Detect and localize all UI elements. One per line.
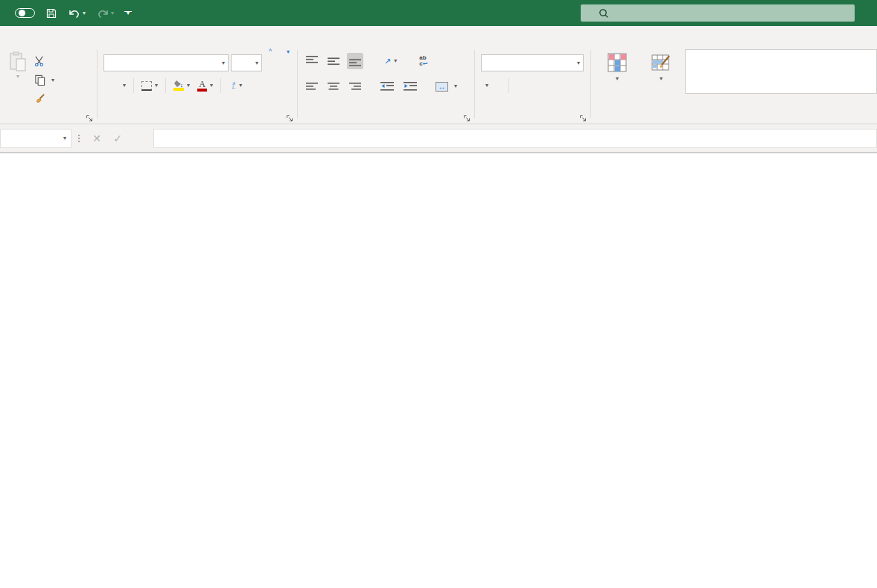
font-size-combo[interactable]: ▾ bbox=[231, 54, 262, 71]
name-box[interactable]: ▾ bbox=[0, 129, 71, 148]
copy-caret: ▾ bbox=[51, 77, 54, 83]
fill-color-button[interactable]: ▾ bbox=[173, 80, 190, 91]
number-dialog-launcher[interactable] bbox=[579, 112, 588, 121]
increase-indent-button[interactable] bbox=[401, 78, 419, 95]
borders-button[interactable]: ▾ bbox=[141, 81, 158, 91]
search-input[interactable] bbox=[616, 7, 840, 19]
ribbon: ▾ ▾ bbox=[0, 47, 877, 124]
format-painter-icon bbox=[34, 93, 45, 104]
undo-caret: ▾ bbox=[83, 10, 86, 16]
phonetic-button[interactable]: ㄨㄥ ▾ bbox=[229, 82, 242, 89]
paste-caret: ▾ bbox=[16, 74, 19, 80]
format-as-table-icon bbox=[651, 53, 671, 72]
search-icon bbox=[599, 8, 609, 19]
wrap-text-button[interactable]: abc↩ bbox=[419, 55, 430, 67]
group-alignment: ↗ ▾ abc↩ bbox=[298, 47, 474, 124]
wrap-text-icon: abc↩ bbox=[419, 55, 427, 67]
save-button[interactable] bbox=[45, 7, 57, 19]
fill-color-icon bbox=[173, 80, 184, 91]
copy-icon bbox=[34, 74, 45, 86]
font-color-button[interactable]: A ▾ bbox=[197, 80, 213, 92]
paste-button[interactable]: ▾ bbox=[4, 51, 31, 80]
copy-button[interactable]: ▾ bbox=[34, 71, 54, 89]
alignment-dialog-launcher[interactable] bbox=[463, 112, 472, 121]
title-bar: ▾ ▾ ▾ bbox=[0, 0, 877, 26]
format-as-table-button[interactable]: ▾ bbox=[640, 53, 682, 83]
paste-icon bbox=[8, 51, 28, 74]
format-painter-button[interactable] bbox=[34, 89, 54, 108]
spreadsheet-grid bbox=[0, 153, 877, 588]
group-clipboard: ▾ ▾ bbox=[0, 47, 97, 124]
undo-button[interactable]: ▾ bbox=[68, 7, 86, 19]
name-box-caret: ▾ bbox=[63, 135, 66, 141]
cancel-icon: ✕ bbox=[92, 132, 101, 144]
conditional-formatting-label2: ▾ bbox=[616, 72, 619, 83]
align-center-button[interactable] bbox=[325, 78, 342, 95]
redo-button[interactable]: ▾ bbox=[96, 7, 114, 19]
font-name-caret: ▾ bbox=[222, 60, 225, 66]
enter-icon: ✓ bbox=[113, 132, 122, 144]
align-middle-button[interactable] bbox=[325, 53, 342, 69]
orientation-button[interactable]: ↗ ▾ bbox=[384, 57, 397, 66]
align-left-button[interactable] bbox=[304, 78, 320, 95]
phonetic-caret: ▾ bbox=[239, 83, 242, 89]
number-format-caret: ▾ bbox=[577, 60, 580, 66]
save-icon bbox=[45, 7, 57, 19]
borders-icon bbox=[141, 81, 152, 91]
toggle-dot-icon bbox=[19, 10, 25, 16]
align-right-button[interactable] bbox=[347, 78, 363, 95]
enter-button[interactable]: ✓ bbox=[107, 132, 128, 144]
fill-color-caret: ▾ bbox=[187, 83, 190, 89]
font-name-combo[interactable]: ▾ bbox=[103, 54, 229, 71]
cell-styles-gallery bbox=[685, 49, 877, 94]
align-bottom-button[interactable] bbox=[347, 53, 363, 69]
align-top-button[interactable] bbox=[304, 53, 320, 69]
font-color-icon: A bbox=[197, 80, 207, 92]
font-size-caret: ▾ bbox=[255, 60, 258, 66]
orientation-icon: ↗ bbox=[384, 57, 391, 66]
chevron-down-icon: ▾ bbox=[127, 12, 130, 15]
decrease-indent-button[interactable] bbox=[378, 78, 396, 95]
number-format-combo[interactable]: ▾ bbox=[481, 54, 584, 71]
orientation-caret: ▾ bbox=[394, 58, 397, 64]
redo-caret: ▾ bbox=[111, 10, 114, 16]
formula-bar-handle[interactable] bbox=[71, 135, 86, 142]
ribbon-tabs bbox=[0, 26, 877, 47]
font-color-caret: ▾ bbox=[210, 83, 213, 89]
group-font: ▾ ▾ ^ ▾ ▾ ▾ ▾ bbox=[98, 47, 297, 124]
underline-caret[interactable]: ▾ bbox=[123, 83, 126, 89]
cut-button[interactable] bbox=[34, 52, 54, 71]
conditional-formatting-button[interactable]: ▾ bbox=[596, 53, 639, 83]
cut-icon bbox=[34, 56, 45, 67]
clipboard-dialog-launcher[interactable] bbox=[86, 112, 95, 121]
conditional-formatting-icon bbox=[607, 53, 627, 72]
formula-bar: ▾ ✕ ✓ bbox=[0, 124, 877, 153]
borders-caret: ▾ bbox=[155, 83, 158, 89]
search-box[interactable] bbox=[581, 4, 855, 22]
format-as-table-label2: ▾ bbox=[660, 72, 663, 83]
font-dialog-launcher[interactable] bbox=[286, 112, 295, 121]
group-styles: ▾ ▾ bbox=[591, 47, 877, 124]
cancel-button[interactable]: ✕ bbox=[86, 132, 107, 144]
redo-icon bbox=[96, 7, 109, 19]
autosave-toggle[interactable] bbox=[15, 8, 35, 18]
group-number: ▾ ▾ bbox=[475, 47, 590, 124]
formula-input[interactable] bbox=[153, 129, 877, 148]
currency-caret: ▾ bbox=[485, 83, 488, 89]
customize-qat-button[interactable]: ▾ bbox=[124, 11, 132, 15]
merge-center-icon: ↔ bbox=[436, 82, 448, 92]
currency-button[interactable]: ▾ bbox=[482, 83, 488, 89]
undo-icon bbox=[68, 7, 81, 19]
merge-center-button[interactable]: ↔ ▾ bbox=[436, 82, 457, 92]
merge-center-caret: ▾ bbox=[454, 83, 457, 89]
